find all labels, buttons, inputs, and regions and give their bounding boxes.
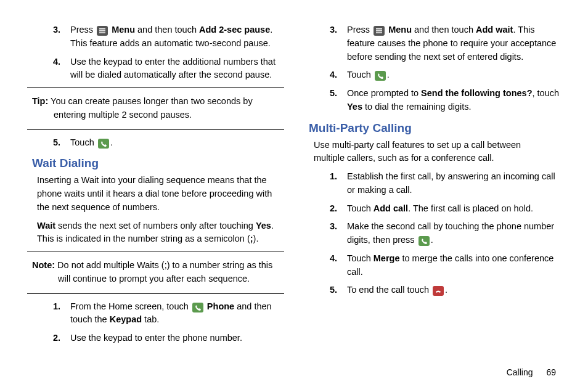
svg-rect-0: [99, 28, 105, 30]
step-number: 2.: [330, 202, 347, 216]
text: Once prompted to: [347, 88, 421, 98]
paragraph: Wait sends the next set of numbers only …: [37, 219, 274, 247]
text: .: [431, 235, 433, 245]
tip-label: Tip:: [32, 96, 48, 106]
bold: Wait: [37, 221, 55, 231]
note-text: Do not add multiple Waits (;) to a numbe…: [57, 260, 272, 270]
list-item: 1. From the Home screen, touch Phone and…: [27, 300, 284, 327]
text: and then touch: [412, 25, 476, 35]
divider: [27, 293, 284, 294]
list-item: 3. Press Menu and then touch Add wait. T…: [304, 23, 561, 63]
text: .: [445, 285, 447, 295]
step-body: Use the keypad to enter the additional n…: [70, 55, 284, 83]
svg-rect-5: [376, 32, 382, 33]
bold: Add wait: [476, 25, 513, 35]
step-number: 4.: [330, 68, 347, 82]
step-number: 3.: [53, 23, 70, 51]
list-item: 2. Use the keypad to enter the phone num…: [27, 332, 284, 345]
text: From the Home screen, touch: [70, 301, 191, 311]
page-body: 3. Press Menu and then touch Add 2-sec p…: [0, 0, 588, 350]
step-body: From the Home screen, touch Phone and th…: [70, 300, 284, 327]
bold: Yes: [347, 102, 362, 112]
text: Touch: [347, 253, 374, 263]
left-column: 3. Press Menu and then touch Add 2-sec p…: [27, 23, 284, 350]
tip-continuation: entering multiple 2 second pauses.: [54, 108, 279, 122]
tip-callout: Tip: You can create pauses longer than t…: [27, 92, 284, 125]
menu-icon: [374, 26, 385, 36]
step-body: Use the keypad to enter the phone number…: [70, 332, 284, 345]
step-body: To end the call touch .: [347, 284, 561, 297]
step-number: 3.: [330, 220, 347, 247]
list-item: 5. Touch .: [27, 136, 284, 150]
step-body: Press Menu and then touch Add 2-sec paus…: [70, 23, 284, 51]
divider: [27, 129, 284, 130]
bold: Send the following tones?: [421, 88, 532, 98]
text: Touch: [70, 137, 97, 147]
step-number: 2.: [53, 332, 70, 345]
text: .: [110, 137, 113, 147]
text: . The first call is placed on hold.: [408, 203, 533, 213]
end-call-icon: [433, 286, 444, 296]
bold: Add 2-sec pause: [199, 25, 270, 35]
step-number: 4.: [53, 55, 70, 83]
text: and then touch: [135, 25, 199, 35]
text: ).: [253, 234, 259, 243]
menu-icon: [97, 26, 108, 36]
note-label: Note:: [32, 260, 55, 270]
list-item: 3. Make the second call by touching the …: [304, 220, 561, 247]
text: , touch: [533, 88, 560, 98]
text: Touch: [347, 203, 374, 213]
step-number: 5.: [53, 136, 70, 150]
step-number: 1.: [330, 170, 347, 197]
text: to dial the remaining digits.: [362, 102, 472, 112]
section-name: Calling: [507, 367, 533, 377]
list-item: 3. Press Menu and then touch Add 2-sec p…: [27, 23, 284, 51]
paragraph: Use multi-party call features to set up …: [314, 139, 551, 166]
step-number: 5.: [330, 87, 347, 114]
bold: Menu: [388, 25, 412, 35]
step-body: Establish the first call, by answering a…: [347, 170, 561, 197]
svg-rect-1: [99, 30, 105, 31]
step-body: Touch Add call. The first call is placed…: [347, 202, 561, 216]
text: sends the next set of numbers only after…: [55, 221, 256, 231]
text: .: [387, 70, 390, 80]
divider: [27, 251, 284, 251]
step-number: 3.: [330, 23, 347, 63]
wait-dialing-heading: Wait Dialing: [32, 157, 284, 170]
phone-icon: [419, 236, 430, 246]
step-body: Once prompted to Send the following tone…: [347, 87, 561, 114]
bold: Yes: [256, 221, 271, 231]
step-body: Touch .: [347, 68, 561, 82]
divider: [27, 87, 284, 88]
step-body: Make the second call by touching the pho…: [347, 220, 561, 247]
list-item: 4. Touch Merge to merge the calls into o…: [304, 252, 561, 279]
right-column: 3. Press Menu and then touch Add wait. T…: [304, 23, 561, 350]
svg-rect-2: [99, 32, 105, 33]
phone-icon: [98, 139, 109, 149]
text: Press: [347, 25, 372, 35]
multi-party-calling-heading: Multi-Party Calling: [309, 121, 561, 135]
svg-rect-4: [376, 30, 382, 31]
list-item: 1. Establish the first call, by answerin…: [304, 170, 561, 197]
list-item: 5. To end the call touch .: [304, 284, 561, 297]
list-item: 2. Touch Add call. The first call is pla…: [304, 202, 561, 216]
list-item: 4. Use the keypad to enter the additiona…: [27, 55, 284, 83]
list-item: 4. Touch .: [304, 68, 561, 82]
step-number: 5.: [330, 284, 347, 297]
bold: Merge: [374, 253, 400, 263]
note-continuation: will continue to prompt you after each s…: [58, 272, 279, 286]
text: Make the second call by touching the pho…: [347, 221, 554, 245]
step-body: Touch Merge to merge the calls into one …: [347, 252, 561, 279]
text: tab.: [142, 314, 159, 324]
phone-app-icon: [192, 303, 203, 312]
tip-text: You can create pauses longer than two se…: [51, 96, 253, 106]
page-number: 69: [546, 367, 556, 377]
bold: Phone: [207, 301, 234, 311]
svg-rect-3: [376, 28, 382, 30]
bold: Keypad: [110, 314, 142, 324]
page-footer: Calling 69: [507, 367, 556, 377]
step-body: Press Menu and then touch Add wait. This…: [347, 23, 561, 63]
paragraph: Inserting a Wait into your dialing seque…: [37, 174, 274, 214]
step-number: 1.: [53, 300, 70, 327]
step-body: Touch .: [70, 136, 284, 150]
